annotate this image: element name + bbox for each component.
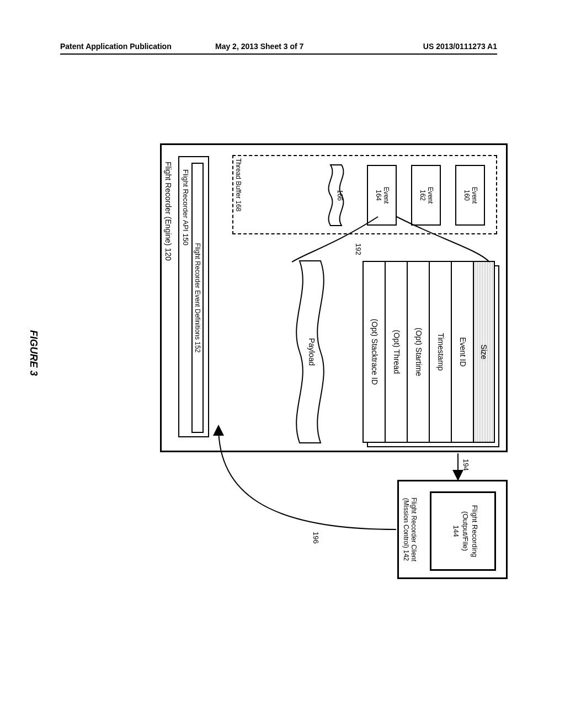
arrow-ref-196: 196	[312, 532, 320, 544]
header-right: US 2013/0111273 A1	[423, 42, 497, 51]
diagram-stage: Flight Recorder (Engine) 120 Thread Buff…	[11, 132, 541, 574]
figure-caption: FIGURE 3	[28, 330, 39, 376]
header-center: May 2, 2013 Sheet 3 of 7	[215, 42, 303, 51]
header-divider	[60, 53, 497, 55]
inter-box-arrows	[154, 132, 541, 585]
header-left: Patent Application Publication	[60, 42, 172, 51]
arrow-ref-194: 194	[462, 459, 470, 471]
